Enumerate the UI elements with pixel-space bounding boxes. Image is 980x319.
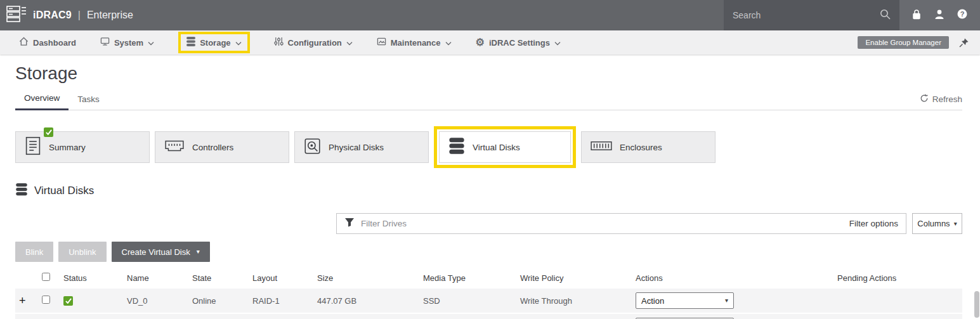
nav-system-label: System [114, 38, 143, 48]
user-icon[interactable] [934, 9, 944, 22]
create-virtual-disk-label: Create Virtual Disk [122, 247, 190, 257]
nav-dashboard[interactable]: Dashboard [19, 37, 76, 48]
card-physical-disks-label: Physical Disks [329, 143, 384, 152]
nav-maintenance[interactable]: Maintenance [377, 37, 452, 48]
filter-box: Filter options [336, 213, 906, 234]
card-virtual-disks-label: Virtual Disks [473, 143, 520, 152]
nav-maintenance-label: Maintenance [391, 38, 441, 48]
unblink-button[interactable]: Unblink [58, 242, 106, 262]
page-content: Storage Overview Tasks Refresh Summar [0, 63, 980, 319]
col-pending-actions: Pending Actions [833, 273, 962, 283]
chevron-down-icon [346, 38, 353, 48]
virtual-disks-section-icon [15, 183, 28, 199]
vd-size: 447.07 GB [313, 296, 419, 306]
blink-button[interactable]: Blink [15, 242, 53, 262]
nav-configuration[interactable]: Configuration [274, 37, 353, 48]
tabs-row: Overview Tasks Refresh [15, 90, 962, 110]
filter-row: Filter options Columns ▾ [336, 213, 962, 234]
storage-stack-icon [186, 37, 195, 48]
col-actions: Actions [632, 273, 833, 283]
chevron-down-icon [445, 38, 452, 48]
card-physical-disks[interactable]: Physical Disks [294, 131, 429, 163]
summary-report-icon [25, 136, 41, 158]
section-header: Virtual Disks [15, 183, 962, 199]
refresh-button[interactable]: Refresh [920, 94, 962, 110]
vd-media-type: SSD [419, 296, 516, 306]
nav-storage[interactable]: Storage [186, 37, 241, 48]
card-controllers-label: Controllers [192, 143, 233, 152]
monitor-icon [100, 37, 110, 48]
brand-edition: Enterprise [87, 10, 133, 21]
filter-drives-input[interactable] [361, 219, 843, 228]
col-state: State [188, 273, 249, 283]
svg-text:?: ? [960, 10, 964, 18]
nav-dashboard-label: Dashboard [33, 38, 76, 48]
virtual-disks-stack-icon [448, 137, 465, 157]
refresh-label: Refresh [932, 94, 962, 104]
enclosure-rack-icon [591, 141, 612, 153]
main-nav: Dashboard System Storage [0, 30, 980, 55]
pin-icon[interactable] [959, 38, 969, 48]
search-icon[interactable] [880, 9, 891, 22]
table-header-row: Status Name State Layout Size Media Type… [15, 267, 962, 289]
card-enclosures[interactable]: Enclosures [581, 131, 715, 163]
summary-status-check-icon [44, 127, 53, 137]
chevron-down-icon [148, 38, 154, 48]
page-title: Storage [15, 63, 962, 84]
vd-state: Online [188, 296, 249, 306]
home-icon [19, 37, 29, 48]
enable-group-manager-button[interactable]: Enable Group Manager [858, 36, 949, 49]
columns-label: Columns [917, 219, 950, 228]
storage-highlight-box: Storage [178, 32, 249, 53]
nav-idrac-settings-label: iDRAC Settings [489, 38, 550, 48]
filter-options-link[interactable]: Filter options [849, 219, 898, 228]
table-row: + VD_0 Online RAID-1 447.07 GB SSD Write… [15, 289, 962, 313]
card-virtual-disks[interactable]: Virtual Disks [439, 131, 571, 163]
storage-category-cards: Summary Controllers Physical Disks [15, 127, 962, 167]
row-checkbox[interactable] [42, 296, 50, 304]
expand-row-button[interactable]: + [19, 294, 26, 307]
brand-name: iDRAC9 [33, 10, 72, 21]
caret-down-icon: ▾ [725, 297, 728, 304]
idrac-logo-icon [6, 4, 27, 26]
header-search [724, 0, 899, 30]
vertical-scrollbar[interactable] [974, 291, 979, 318]
col-status: Status [60, 273, 123, 283]
table-row: + DATA Online RAID-6 60798.38 GB SSD Wri… [15, 314, 962, 319]
brand: iDRAC9 | Enterprise [0, 0, 724, 30]
card-summary-label: Summary [49, 143, 86, 152]
physical-disk-icon [304, 138, 321, 157]
help-icon[interactable]: ? [957, 8, 968, 22]
image-frame-icon [377, 37, 386, 48]
card-controllers[interactable]: Controllers [155, 131, 289, 163]
card-enclosures-label: Enclosures [620, 143, 662, 152]
search-input[interactable] [733, 10, 875, 20]
action-select[interactable]: Action ▾ [636, 292, 734, 309]
lock-icon[interactable] [911, 9, 922, 22]
chevron-down-icon [554, 38, 561, 48]
col-size: Size [313, 273, 419, 283]
filter-funnel-icon [344, 218, 355, 230]
vd-name: VD_0 [123, 296, 188, 306]
nav-system[interactable]: System [100, 37, 154, 48]
controller-card-icon [164, 138, 185, 156]
vd-layout: RAID-1 [249, 296, 313, 306]
sliders-icon [274, 37, 284, 48]
tab-overview[interactable]: Overview [15, 93, 69, 110]
vd-write-policy: Write Through [516, 296, 632, 306]
columns-dropdown-button[interactable]: Columns ▾ [912, 213, 962, 234]
nav-configuration-label: Configuration [288, 38, 342, 48]
brand-separator: | [78, 10, 81, 21]
select-all-checkbox[interactable] [42, 273, 50, 281]
create-virtual-disk-button[interactable]: Create Virtual Disk ▾ [112, 242, 210, 262]
action-select-value: Action [641, 296, 664, 306]
card-summary[interactable]: Summary [15, 131, 150, 163]
col-layout: Layout [249, 273, 313, 283]
tab-tasks[interactable]: Tasks [69, 94, 108, 110]
section-title-text: Virtual Disks [34, 185, 94, 197]
nav-idrac-settings[interactable]: ⚙ iDRAC Settings [476, 37, 561, 48]
refresh-icon [920, 94, 929, 105]
caret-down-icon: ▾ [954, 221, 957, 227]
caret-down-icon: ▾ [197, 249, 200, 255]
nav-storage-label: Storage [200, 38, 230, 48]
